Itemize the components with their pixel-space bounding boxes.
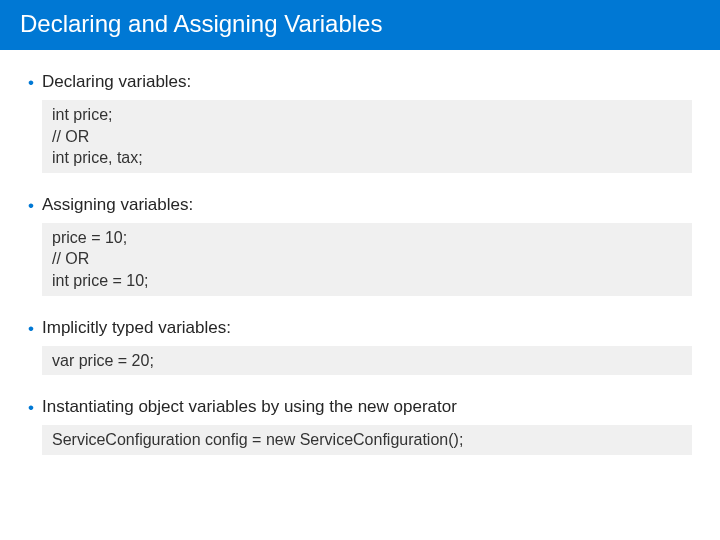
code-new-operator: ServiceConfiguration config = new Servic…	[42, 425, 692, 455]
bullet-new-operator: Instantiating object variables by using …	[28, 397, 692, 417]
code-declaring: int price; // OR int price, tax;	[42, 100, 692, 173]
code-implicit: var price = 20;	[42, 346, 692, 376]
bullet-label: Implicitly typed variables:	[42, 318, 231, 337]
bullet-implicit: Implicitly typed variables:	[28, 318, 692, 338]
slide-content: Declaring variables: int price; // OR in…	[0, 50, 720, 455]
code-assigning: price = 10; // OR int price = 10;	[42, 223, 692, 296]
bullet-label: Declaring variables:	[42, 72, 191, 91]
bullet-assigning: Assigning variables:	[28, 195, 692, 215]
slide-title: Declaring and Assigning Variables	[20, 10, 382, 37]
bullet-label: Assigning variables:	[42, 195, 193, 214]
slide-header: Declaring and Assigning Variables	[0, 0, 720, 50]
bullet-label: Instantiating object variables by using …	[42, 397, 457, 416]
bullet-declaring: Declaring variables:	[28, 72, 692, 92]
